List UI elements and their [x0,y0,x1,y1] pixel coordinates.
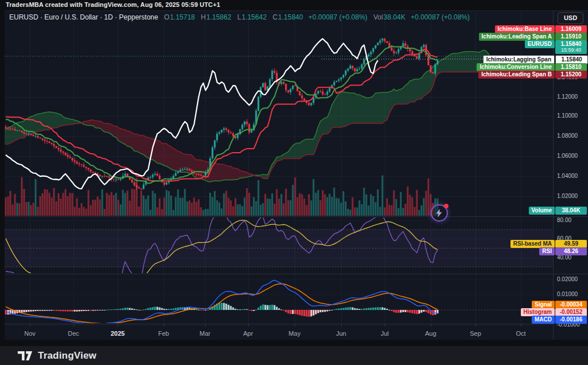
label-macd-signal-name[interactable]: Signal [532,301,555,309]
macd-scale-tick: 0.01000 [557,291,578,297]
label-eurusd-price-name[interactable]: EURUSD [525,40,555,48]
price-scale-tick: 1.08000 [557,133,578,139]
open-value: 1.15718 [170,13,195,21]
label-ichimoku-conversion-line-value[interactable]: 1.15810 [555,63,587,71]
label-macd-name[interactable]: MACD [532,316,555,324]
label-rsi-based-ma-value[interactable]: 49.59 [555,240,587,248]
label-rsi-value[interactable]: 48.26 [555,247,587,255]
label-macd-histogram-value[interactable]: -0.00152 [555,308,587,316]
label-ichimoku-leading-span-a-name[interactable]: Ichimoku:Leading Span A [479,33,555,41]
currency-toggle-button[interactable]: USD [558,12,583,24]
tradingview-logo-icon[interactable] [17,350,33,362]
close-label: C [273,13,278,21]
time-axis-label: Dec [61,330,86,337]
price-scale-tick: 1.12000 [557,94,578,100]
time-axis-label: Nov [17,330,42,337]
low-label: L [237,13,241,21]
open-label: O [164,13,169,21]
high-label: H [201,13,206,21]
volume-label: Vol [373,13,383,21]
time-axis-label: May [282,330,307,337]
volume-change-value: +0.00087 (+0.08%) [411,13,470,21]
symbol-title[interactable]: EURUSD · Euro / U.S. Dollar · 1D · Peppe… [9,13,158,21]
high-value: 1.15862 [207,13,231,21]
label-ichimoku-base-line-value[interactable]: 1.16009 [555,25,587,33]
time-axis-label: Sep [463,330,488,337]
price-scale-tick: 1.06000 [557,153,578,159]
price-scale-tick: 1.02000 [557,193,578,199]
label-ichimoku-leading-span-a-value[interactable]: 1.15910 [555,33,587,41]
label-volume-name[interactable]: Volume [529,207,555,215]
low-value: 1.15642 [242,13,266,21]
price-scale-tick: 1.04000 [557,173,578,179]
close-value: 1.15840 [278,13,303,21]
time-axis-label: Oct [508,330,533,337]
price-scale-tick: 1.10000 [557,112,578,119]
label-rsi-based-ma-name[interactable]: RSI-based MA [510,240,555,248]
tradingview-logo-text[interactable]: TradingView [38,350,96,362]
quick-trade-bolt-icon[interactable] [431,204,448,222]
label-eurusd-price-value[interactable]: 1.1584015:59:40 [555,40,587,54]
footer-bar: TradingView [0,346,588,365]
label-macd-value[interactable]: -0.00186 [555,316,587,324]
label-volume-value[interactable]: 38.04K [555,207,587,215]
label-ichimoku-leading-span-b-value[interactable]: 1.15200 [555,71,587,79]
time-axis-label: Feb [151,330,176,337]
symbol-info-bar: EURUSD · Euro / U.S. Dollar · 1D · Peppe… [9,13,470,21]
label-ichimoku-leading-span-b-name[interactable]: Ichimoku:Leading Span B [478,71,555,79]
time-axis-label: Mar [192,330,218,337]
lightning-bolt-glyph [436,209,443,218]
volume-value: 38.04K [384,13,405,21]
time-axis-label: 2025 [105,330,130,337]
label-rsi-name[interactable]: RSI [539,247,555,255]
macd-scale-tick: 0.02000 [557,276,578,282]
time-axis-label: Apr [235,330,261,337]
time-axis-label: Jun [328,330,354,337]
notification-dot [444,204,448,208]
label-ichimoku-conversion-line-name[interactable]: Ichimoku:Conversion Line [477,63,555,71]
rsi-scale-tick: 80.00 [557,217,571,223]
label-macd-signal-value[interactable]: -0.00034 [555,301,587,309]
time-axis-label: Aug [418,330,443,337]
countdown-timer: 15:59:40 [555,47,587,53]
time-axis-label: Jul [372,330,397,337]
label-macd-histogram-name[interactable]: Histogram [521,308,555,316]
tradingview-chart-window: TradersMBA created with TradingView.com,… [0,0,588,365]
label-ichimoku-base-line-name[interactable]: Ichimoku:Base Line [495,25,555,33]
change-value: +0.00087 (+0.08%) [308,13,368,21]
